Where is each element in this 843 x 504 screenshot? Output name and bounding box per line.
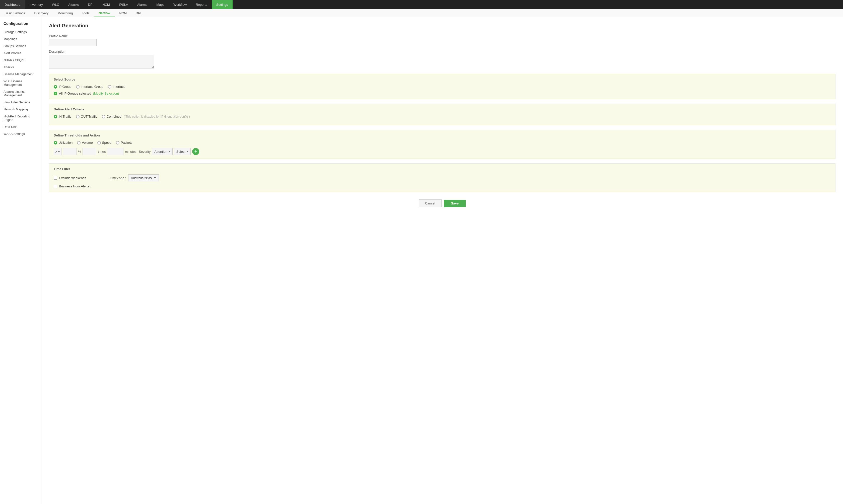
time-filter-section: Time Filter Exclude weekends TimeZone : …	[49, 163, 836, 192]
timezone-select[interactable]: Australia/NSW	[128, 174, 159, 181]
radio-ip-group[interactable]: IP Group	[54, 85, 72, 89]
times-value-input[interactable]	[83, 148, 96, 155]
radio-in-traffic[interactable]: IN Traffic	[54, 115, 72, 119]
sidebar-item-license-management[interactable]: License Management	[0, 71, 41, 78]
timezone-label: TimeZone :	[110, 176, 126, 180]
add-threshold-button[interactable]: +	[192, 148, 199, 155]
radio-packets-label: Packets	[121, 141, 132, 144]
severity-chevron	[168, 151, 171, 152]
top-nav-item-settings[interactable]: Settings	[212, 0, 233, 9]
radio-interface-group-label: Interface Group	[81, 85, 103, 89]
top-nav-item-workflow[interactable]: Workflow	[169, 0, 191, 9]
radio-out-traffic[interactable]: OUT Traffic	[76, 115, 97, 119]
business-hour-alerts-box	[54, 185, 57, 188]
select-source-section: Select Source IP Group Interface Group I…	[49, 74, 836, 99]
sidebar-item-storage-settings[interactable]: Storage Settings	[0, 29, 41, 36]
sidebar-item-wlc-license-management[interactable]: WLC License Management	[0, 78, 41, 88]
times-unit: times	[98, 150, 106, 154]
top-nav-item-alarms[interactable]: Alarms	[133, 0, 152, 9]
radio-speed[interactable]: Speed	[97, 141, 112, 144]
modify-selection-link[interactable]: (Modify Selection)	[93, 92, 119, 95]
sub-nav-item-basic-settings[interactable]: Basic Settings	[0, 9, 30, 17]
radio-out-traffic-circle	[76, 115, 79, 119]
action-select[interactable]: Select	[174, 148, 191, 155]
sidebar-item-nbar-cbqos[interactable]: NBAR / CBQoS	[0, 57, 41, 64]
business-hour-alerts-label: Business Hour Alerts :	[59, 184, 91, 188]
operator-value: >	[55, 150, 57, 154]
threshold-value-input[interactable]	[63, 148, 77, 155]
radio-combined-label: Combined	[107, 115, 122, 119]
sidebar-item-waas-settings[interactable]: WAAS Settings	[0, 130, 41, 138]
sub-nav-item-dpi[interactable]: DPI	[131, 9, 146, 17]
business-hour-alerts-checkbox[interactable]: Business Hour Alerts :	[54, 184, 831, 188]
sidebar-item-flow-filter-settings[interactable]: Flow Filter Settings	[0, 99, 41, 106]
define-alert-criteria-section: Define Alert Criteria IN Traffic OUT Tra…	[49, 104, 836, 125]
sidebar-item-highperf-reporting-engine[interactable]: HighPerf Reporting Engine	[0, 113, 41, 123]
cancel-button[interactable]: Cancel	[419, 199, 441, 207]
combined-note: ( This option is disabled for IP Group a…	[124, 115, 190, 119]
sidebar-item-alert-profiles[interactable]: Alert Profiles	[0, 50, 41, 57]
sidebar-item-network-mapping[interactable]: Network Mapping	[0, 106, 41, 113]
top-nav-item-dashboard[interactable]: Dashboard	[0, 0, 25, 9]
sub-nav-item-netflow[interactable]: Netflow	[94, 9, 115, 17]
sidebar-item-data-unit[interactable]: Data Unit	[0, 123, 41, 130]
radio-utilization-label: Utilization	[58, 141, 72, 144]
radio-speed-circle	[97, 141, 101, 144]
sidebar-item-mappings[interactable]: Mappings	[0, 36, 41, 43]
profile-name-input[interactable]	[49, 39, 96, 46]
top-nav: DashboardInventoryWLCAttacksDPINCMIPSLAA…	[0, 0, 843, 9]
sidebar-item-attacks[interactable]: Attacks	[0, 64, 41, 71]
page-layout: Configuration Storage SettingsMappingsGr…	[0, 17, 843, 504]
top-nav-item-ipsla[interactable]: IPSLA	[114, 0, 133, 9]
radio-out-traffic-label: OUT Traffic	[81, 115, 97, 119]
radio-combined[interactable]: Combined ( This option is disabled for I…	[102, 115, 190, 119]
sub-nav-item-monitoring[interactable]: Monitoring	[53, 9, 77, 17]
top-nav-item-attacks[interactable]: Attacks	[64, 0, 84, 9]
save-button[interactable]: Save	[444, 200, 466, 207]
source-radio-group: IP Group Interface Group Interface	[54, 85, 831, 89]
sub-nav-item-ncm[interactable]: NCM	[115, 9, 131, 17]
radio-volume-circle	[77, 141, 80, 144]
main-content: Alert Generation Profile Name Descriptio…	[41, 17, 843, 504]
minutes-value-input[interactable]	[107, 148, 123, 155]
radio-in-traffic-circle	[54, 115, 57, 119]
description-input[interactable]	[49, 55, 154, 69]
operator-select[interactable]: >	[54, 148, 61, 155]
metric-radio-group: Utilization Volume Speed Packets	[54, 141, 831, 144]
description-label: Description	[49, 50, 836, 53]
all-ip-groups-checkbox[interactable]: All IP Groups selected (Modify Selection…	[54, 92, 831, 95]
radio-utilization[interactable]: Utilization	[54, 141, 72, 144]
radio-ip-group-circle	[54, 85, 57, 89]
top-nav-item-reports[interactable]: Reports	[191, 0, 212, 9]
top-nav-item-dpi[interactable]: DPI	[84, 0, 98, 9]
sub-nav: Basic SettingsDiscoveryMonitoringToolsNe…	[0, 9, 843, 17]
action-select-value: Select	[176, 150, 185, 154]
radio-combined-circle	[102, 115, 105, 119]
top-nav-item-ncm[interactable]: NCM	[98, 0, 114, 9]
operator-chevron	[58, 151, 60, 152]
radio-speed-label: Speed	[102, 141, 112, 144]
radio-packets[interactable]: Packets	[116, 141, 132, 144]
profile-name-label: Profile Name	[49, 34, 836, 38]
radio-interface[interactable]: Interface	[108, 85, 125, 89]
sub-nav-item-tools[interactable]: Tools	[77, 9, 94, 17]
radio-interface-group[interactable]: Interface Group	[76, 85, 103, 89]
radio-interface-label: Interface	[113, 85, 125, 89]
radio-volume[interactable]: Volume	[77, 141, 93, 144]
define-alert-criteria-title: Define Alert Criteria	[54, 107, 831, 111]
time-filter-row1: Exclude weekends TimeZone : Australia/NS…	[54, 174, 831, 181]
severity-select[interactable]: Attention	[152, 148, 172, 155]
threshold-row: > % times minutes; Severity Attention Se…	[54, 148, 831, 155]
severity-value: Attention	[154, 150, 167, 154]
sub-nav-item-discovery[interactable]: Discovery	[30, 9, 53, 17]
top-nav-item-maps[interactable]: Maps	[152, 0, 169, 9]
sidebar-item-attacks-license-management[interactable]: Attacks License Management	[0, 88, 41, 99]
top-nav-item-wlc[interactable]: WLC	[48, 0, 64, 9]
sidebar-title: Configuration	[0, 21, 41, 29]
sidebar-item-groups-settings[interactable]: Groups Settings	[0, 43, 41, 50]
exclude-weekends-checkbox[interactable]: Exclude weekends	[54, 176, 86, 180]
exclude-weekends-box	[54, 176, 57, 180]
form-buttons: Cancel Save	[49, 199, 836, 207]
minutes-unit: minutes;	[125, 150, 137, 154]
top-nav-item-inventory[interactable]: Inventory	[25, 0, 48, 9]
